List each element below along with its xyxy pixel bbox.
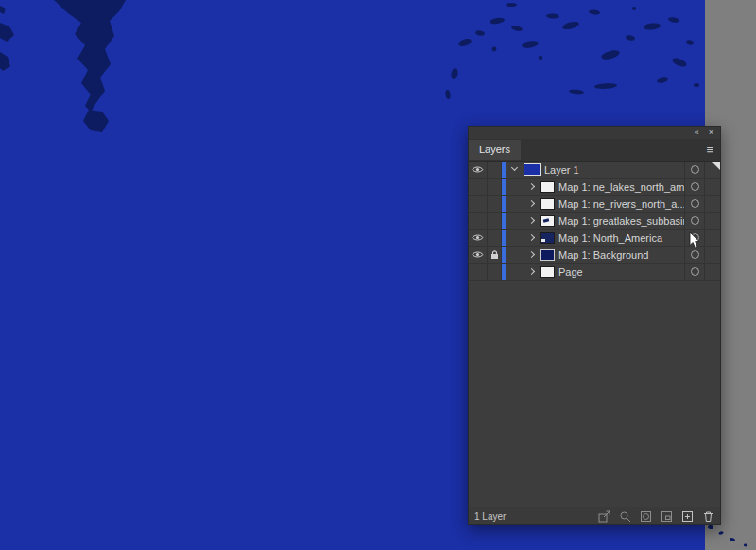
delete-icon[interactable] bbox=[702, 510, 714, 523]
selection-column[interactable] bbox=[704, 179, 720, 195]
target-column bbox=[684, 179, 704, 195]
target-circle[interactable] bbox=[691, 233, 699, 242]
target-circle[interactable] bbox=[691, 267, 699, 276]
panel-menu-icon[interactable]: ≡ bbox=[706, 144, 713, 156]
selection-column[interactable] bbox=[704, 230, 720, 246]
lock-toggle[interactable] bbox=[488, 247, 502, 263]
selection-indicator-triangle bbox=[712, 162, 720, 170]
layer-row-ne-rivers[interactable]: Map 1: ne_rivers_north_a... bbox=[469, 196, 720, 213]
eye-icon bbox=[472, 165, 484, 174]
target-circle[interactable] bbox=[691, 216, 699, 225]
panel-tab-bar: Layers ≡ bbox=[469, 139, 720, 162]
visibility-toggle[interactable] bbox=[469, 179, 488, 195]
chevron-right-icon[interactable] bbox=[527, 182, 536, 191]
locate-object-icon[interactable] bbox=[619, 510, 631, 523]
layer-name[interactable]: Map 1: Background bbox=[558, 249, 684, 261]
chevron-right-icon[interactable] bbox=[527, 233, 536, 242]
collapse-panel-icon[interactable]: « bbox=[695, 129, 699, 137]
chevron-right-icon[interactable] bbox=[527, 216, 536, 225]
lock-toggle[interactable] bbox=[488, 230, 502, 246]
selection-column[interactable] bbox=[704, 162, 720, 178]
lock-toggle[interactable] bbox=[488, 162, 502, 178]
export-icon[interactable] bbox=[598, 510, 610, 523]
eye-icon bbox=[472, 250, 484, 259]
tab-layers[interactable]: Layers bbox=[469, 140, 521, 160]
layer-color-bar bbox=[502, 179, 506, 195]
lock-toggle[interactable] bbox=[488, 196, 502, 212]
target-column bbox=[684, 196, 704, 212]
lock-toggle[interactable] bbox=[488, 213, 502, 229]
layer-color-bar bbox=[502, 162, 506, 178]
layer-row-page[interactable]: Page bbox=[469, 264, 720, 281]
layer-color-bar bbox=[502, 264, 506, 280]
lock-toggle[interactable] bbox=[488, 179, 502, 195]
target-column bbox=[684, 213, 704, 229]
visibility-toggle[interactable] bbox=[469, 162, 488, 178]
layer-color-bar bbox=[502, 230, 506, 246]
target-column bbox=[684, 264, 704, 280]
target-circle[interactable] bbox=[691, 199, 699, 208]
make-clipping-mask-icon[interactable] bbox=[640, 510, 652, 523]
selection-column[interactable] bbox=[704, 264, 720, 280]
layer-count: 1 Layer bbox=[474, 511, 598, 522]
target-circle[interactable] bbox=[691, 182, 699, 191]
layer-thumbnail[interactable] bbox=[540, 181, 555, 193]
layer-row-background[interactable]: Map 1: Background bbox=[469, 247, 720, 264]
layer-thumbnail[interactable] bbox=[540, 198, 555, 210]
layer-color-bar bbox=[502, 196, 506, 212]
layer-row-north-america[interactable]: Map 1: North_America bbox=[469, 230, 720, 247]
visibility-toggle[interactable] bbox=[469, 247, 488, 263]
layer-thumbnail[interactable] bbox=[540, 215, 555, 227]
eye-icon bbox=[472, 233, 484, 242]
layer-name[interactable]: Map 1: ne_lakes_north_am... bbox=[558, 181, 684, 193]
chevron-right-icon[interactable] bbox=[527, 267, 536, 276]
layer-name[interactable]: Map 1: ne_rivers_north_a... bbox=[558, 198, 684, 210]
layer-name[interactable]: Map 1: greatlakes_subbasins bbox=[558, 215, 684, 227]
layer-thumbnail[interactable] bbox=[540, 249, 555, 261]
chevron-down-icon[interactable] bbox=[511, 165, 520, 174]
layer-color-bar bbox=[502, 213, 506, 229]
panel-titlebar[interactable]: « × bbox=[469, 127, 720, 139]
new-layer-icon[interactable] bbox=[681, 510, 694, 523]
chevron-right-icon[interactable] bbox=[527, 250, 536, 259]
layer-name[interactable]: Map 1: North_America bbox=[558, 232, 684, 244]
panel-status-bar: 1 Layer bbox=[469, 507, 720, 524]
layer-thumbnail[interactable] bbox=[524, 163, 541, 176]
chevron-right-icon[interactable] bbox=[527, 199, 536, 208]
selection-column[interactable] bbox=[704, 247, 720, 263]
lock-icon bbox=[490, 250, 499, 260]
layer-color-bar bbox=[502, 247, 506, 263]
close-panel-icon[interactable]: × bbox=[709, 129, 713, 137]
target-column bbox=[684, 230, 704, 246]
layer-list: Layer 1 Map 1: ne_lakes_north_am... bbox=[469, 162, 720, 507]
layer-name[interactable]: Page bbox=[558, 266, 684, 278]
visibility-toggle[interactable] bbox=[469, 264, 488, 280]
visibility-toggle[interactable] bbox=[469, 213, 488, 229]
layer-row-greatlakes[interactable]: Map 1: greatlakes_subbasins bbox=[469, 213, 720, 230]
illustrator-workspace: « × Layers ≡ Layer 1 bbox=[0, 0, 756, 550]
selection-column[interactable] bbox=[704, 196, 720, 212]
layer-thumbnail[interactable] bbox=[540, 232, 555, 244]
visibility-toggle[interactable] bbox=[469, 230, 488, 246]
layers-panel: « × Layers ≡ Layer 1 bbox=[468, 126, 721, 525]
layer-row-layer-1[interactable]: Layer 1 bbox=[469, 162, 720, 179]
new-sublayer-icon[interactable] bbox=[661, 510, 673, 523]
visibility-toggle[interactable] bbox=[469, 196, 488, 212]
selection-column[interactable] bbox=[704, 213, 720, 229]
target-circle[interactable] bbox=[691, 165, 699, 174]
lock-toggle[interactable] bbox=[488, 264, 502, 280]
target-circle[interactable] bbox=[691, 250, 699, 259]
target-column bbox=[684, 162, 704, 178]
layer-row-ne-lakes[interactable]: Map 1: ne_lakes_north_am... bbox=[469, 179, 720, 196]
target-column bbox=[684, 247, 704, 263]
layer-name[interactable]: Layer 1 bbox=[544, 164, 684, 176]
layer-thumbnail[interactable] bbox=[540, 266, 555, 278]
